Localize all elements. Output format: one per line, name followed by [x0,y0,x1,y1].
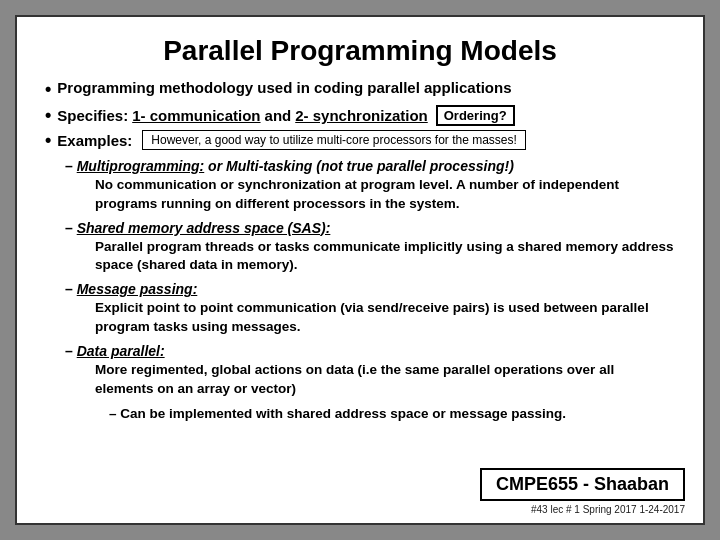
ss1-heading-main: Multiprogramming: [77,158,205,174]
bullet-1-text: Programming methodology used in coding p… [57,79,511,96]
bullet-1: Programming methodology used in coding p… [45,79,675,101]
ss4-heading: Data parallel: [65,343,675,359]
bullet-3: Examples: However, a good way to utilize… [45,130,675,152]
bullet-list: Programming methodology used in coding p… [45,79,675,152]
footer-box: CMPE655 - Shaaban [480,468,685,501]
ss4-body: More regimented, global actions on data … [95,361,675,399]
examples-row: Examples: However, a good way to utilize… [57,130,526,150]
ss2-heading-main: Shared memory address space (SAS): [77,220,331,236]
ss2-body: Parallel program threads or tasks commun… [95,238,675,276]
examples-prefix: Examples: [57,132,132,149]
slide: Parallel Programming Models Programming … [15,15,705,525]
ss3-heading: Message passing: [65,281,675,297]
ss4-sub: Can be implemented with shared address s… [109,405,675,424]
ss2-heading: Shared memory address space (SAS): [65,220,675,236]
ss3-body: Explicit point to point communication (v… [95,299,675,337]
bullet-2-row: Specifies: 1- communication and 2- synch… [57,105,514,126]
and-text: and [265,107,292,124]
ss1-heading: Multiprogramming: or Multi-tasking (not … [65,158,675,174]
item1-text: 1- communication [132,107,260,124]
ordering-box: Ordering? [436,105,515,126]
ss3-heading-main: Message passing: [77,281,198,297]
bullet-2: Specifies: 1- communication and 2- synch… [45,105,675,127]
slide-title: Parallel Programming Models [45,35,675,67]
footer-small: #43 lec # 1 Spring 2017 1-24-2017 [531,504,685,515]
ss1-heading-extra: or Multi-tasking (not true parallel proc… [204,158,514,174]
ss4-heading-main: Data parallel: [77,343,165,359]
specifies-prefix: Specifies: [57,107,128,124]
item2-text: 2- synchronization [295,107,428,124]
tooltip-box: However, a good way to utilize multi-cor… [142,130,525,150]
subsections: Multiprogramming: or Multi-tasking (not … [65,158,675,424]
ss1-body: No communication or synchronization at p… [95,176,675,214]
